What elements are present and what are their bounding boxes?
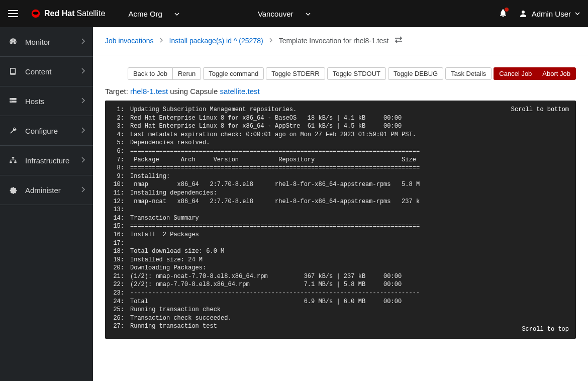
user-name: Admin User <box>532 10 571 18</box>
toggle-command-button[interactable]: Toggle command <box>203 67 264 80</box>
line-number: 23: <box>110 289 130 298</box>
line-number: 24: <box>110 298 130 306</box>
terminal-line: 9:Installing: <box>110 172 571 181</box>
terminal-line: 5:Dependencies resolved. <box>110 139 571 147</box>
org-label: Acme Org <box>128 10 162 18</box>
gear-icon <box>8 185 18 195</box>
terminal-line: 2:Red Hat Enterprise Linux 8 for x86_64 … <box>110 114 571 123</box>
terminal-line: 12: nmap-ncat x86_64 2:7.70-8.el8 rhel-8… <box>110 198 571 206</box>
breadcrumb-link[interactable]: Job invocations <box>105 37 154 45</box>
line-number: 4: <box>110 131 130 139</box>
org-selector[interactable]: Acme Org <box>119 10 188 18</box>
line-text: Red Hat Enterprise Linux 8 for x86_64 - … <box>130 114 402 123</box>
sidebar-item-administer[interactable]: Administer <box>0 175 93 205</box>
line-text: nmap-ncat x86_64 2:7.70-8.el8 rhel-8-for… <box>130 198 420 206</box>
line-number: 19: <box>110 256 130 264</box>
dashboard-icon <box>8 37 18 46</box>
breadcrumb-link[interactable]: Install package(s) id ^ (25278) <box>169 37 263 45</box>
terminal-line: 17: <box>110 239 571 248</box>
line-number: 22: <box>110 280 130 289</box>
brand-prefix: Red Hat <box>44 9 74 18</box>
line-text: Installing dependencies: <box>130 189 217 198</box>
terminal-line: 3:Red Hat Enterprise Linux 8 for x86_64 … <box>110 122 571 131</box>
cancel-job-button[interactable]: Cancel Job <box>494 67 537 80</box>
location-label: Vancouver <box>258 10 293 18</box>
sidebar: MonitorContentHostsConfigureInfrastructu… <box>0 27 93 381</box>
terminal-line: 26:Transaction check succeeded. <box>110 314 571 323</box>
sidebar-item-monitor[interactable]: Monitor <box>0 27 93 57</box>
sidebar-item-infrastructure[interactable]: Infrastructure <box>0 146 93 175</box>
terminal-line: 22:(2/2): nmap-7.70-8.el8.x86_64.rpm 7.1… <box>110 280 571 289</box>
line-number: 21: <box>110 272 130 281</box>
terminal-line: 8:======================================… <box>110 164 571 172</box>
line-text: Transaction check succeeded. <box>130 314 232 323</box>
chevron-right-icon <box>81 67 85 75</box>
main-content: Job invocationsInstall package(s) id ^ (… <box>93 27 588 381</box>
brand-logo[interactable]: Red Hat Satellite <box>30 8 105 19</box>
line-text: Transaction Summary <box>130 214 199 223</box>
sidebar-item-label: Content <box>25 67 81 76</box>
line-text: ========================================… <box>130 147 420 156</box>
abort-job-button[interactable]: Abort Job <box>537 67 576 80</box>
line-number: 2: <box>110 114 130 123</box>
location-selector[interactable]: Vancouver <box>249 10 320 18</box>
brand-suffix: Satellite <box>76 9 105 18</box>
line-number: 17: <box>110 239 130 248</box>
line-number: 6: <box>110 147 130 156</box>
breadcrumb-separator <box>269 38 273 44</box>
target-capsule-link[interactable]: satellite.test <box>220 87 259 96</box>
sidebar-item-configure[interactable]: Configure <box>0 116 93 146</box>
line-text: nmap x86_64 2:7.70-8.el8 rhel-8-for-x86_… <box>130 180 420 189</box>
target-host-link[interactable]: rhel8-1.test <box>130 87 168 96</box>
book-icon <box>8 67 18 76</box>
toggle-debug-button[interactable]: Toggle DEBUG <box>388 67 443 80</box>
topbar: Red Hat Satellite Acme Org Vancouver Adm… <box>0 0 588 27</box>
line-text: Red Hat Enterprise Linux 8 for x86_64 - … <box>130 122 402 131</box>
line-number: 20: <box>110 264 130 272</box>
line-text: ========================================… <box>130 164 420 172</box>
chevron-right-icon <box>81 127 85 135</box>
action-buttons: Back to Job Rerun Toggle command Toggle … <box>105 67 576 80</box>
network-icon <box>8 156 18 165</box>
sidebar-item-label: Monitor <box>25 38 81 46</box>
user-icon <box>519 9 528 18</box>
svg-rect-7 <box>12 157 15 158</box>
terminal-line: 1:Updating Subscription Management repos… <box>110 106 571 114</box>
line-text: Installed size: 24 M <box>130 256 203 264</box>
breadcrumb: Job invocationsInstall package(s) id ^ (… <box>93 27 588 55</box>
terminal-line: 16:Install 2 Packages <box>110 231 571 239</box>
chevron-right-icon <box>81 38 85 46</box>
line-number: 14: <box>110 214 130 223</box>
scroll-to-top-link[interactable]: Scroll to top <box>522 325 569 334</box>
svg-rect-9 <box>14 161 17 163</box>
line-number: 12: <box>110 198 130 206</box>
line-number: 26: <box>110 314 130 323</box>
toggle-stderr-button[interactable]: Toggle STDERR <box>266 67 325 80</box>
terminal-line: 24:Total 6.9 MB/s | 6.0 MB 00:00 <box>110 298 571 306</box>
user-menu[interactable]: Admin User <box>519 9 580 18</box>
line-number: 25: <box>110 306 130 314</box>
swap-icon[interactable] <box>395 36 403 45</box>
sidebar-item-label: Hosts <box>25 97 81 106</box>
terminal-line: 13: <box>110 206 571 214</box>
hamburger-menu[interactable] <box>8 8 20 20</box>
sidebar-item-hosts[interactable]: Hosts <box>0 86 93 116</box>
chevron-right-icon <box>81 97 85 105</box>
rerun-button[interactable]: Rerun <box>172 67 201 80</box>
line-text: Package Arch Version Repository Size <box>130 156 416 164</box>
line-number: 11: <box>110 189 130 198</box>
notifications-bell[interactable] <box>499 9 508 19</box>
target-prefix: Target: <box>105 87 130 96</box>
scroll-to-bottom-link[interactable]: Scroll to bottom <box>511 106 569 114</box>
breadcrumb-current: Template Invocation for rhel8-1.test <box>279 37 389 45</box>
chevron-right-icon <box>81 156 85 164</box>
sidebar-item-content[interactable]: Content <box>0 57 93 86</box>
back-to-job-button[interactable]: Back to Job <box>128 67 173 80</box>
toggle-stdout-button[interactable]: Toggle STDOUT <box>327 67 386 80</box>
task-details-button[interactable]: Task Details <box>445 67 492 80</box>
line-number: 18: <box>110 247 130 256</box>
sidebar-item-label: Administer <box>25 186 81 195</box>
topbar-right: Admin User <box>499 9 580 19</box>
sidebar-item-label: Infrastructure <box>25 156 81 165</box>
terminal-line: 6:======================================… <box>110 147 571 156</box>
